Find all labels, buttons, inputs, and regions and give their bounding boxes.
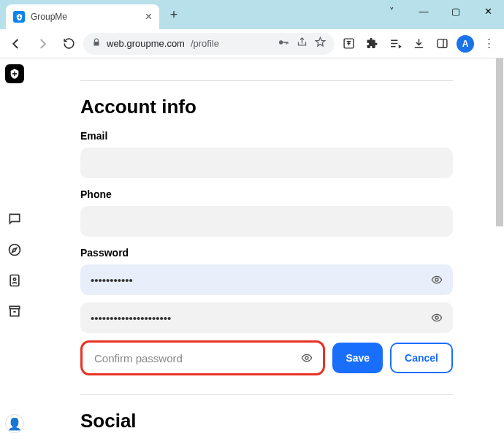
- share-icon[interactable]: [297, 37, 308, 50]
- new-tab-button[interactable]: +: [164, 4, 184, 25]
- address-bar: web.groupme.com/profile A ⋮: [0, 29, 504, 58]
- profile-initial: A: [457, 35, 474, 53]
- sidepanel-icon[interactable]: [431, 32, 453, 56]
- dropdown-icon[interactable]: ˅: [375, 0, 408, 22]
- lock-icon: [92, 38, 101, 49]
- main-content: Account info Email Phone Password Save C…: [29, 58, 504, 439]
- window-titlebar: GroupMe × + ˅ — ▢ ✕: [0, 0, 504, 29]
- svg-point-5: [13, 278, 15, 280]
- kebab-menu-icon[interactable]: ⋮: [478, 32, 500, 56]
- forward-button[interactable]: [31, 32, 54, 56]
- svg-point-0: [279, 40, 283, 44]
- section-divider: [80, 394, 453, 395]
- left-rail: 👤: [0, 58, 29, 439]
- maximize-button[interactable]: ▢: [440, 0, 472, 22]
- url-field[interactable]: web.groupme.com/profile: [83, 33, 335, 55]
- groupme-favicon: [13, 11, 25, 23]
- discover-icon[interactable]: [7, 243, 22, 260]
- confirm-password-field[interactable]: [84, 344, 321, 372]
- browser-tab[interactable]: GroupMe ×: [6, 4, 159, 29]
- translate-icon[interactable]: [337, 32, 359, 56]
- eye-icon[interactable]: [301, 352, 313, 364]
- user-avatar-icon[interactable]: 👤: [5, 414, 24, 433]
- tab-title: GroupMe: [31, 12, 67, 22]
- playlist-icon[interactable]: [384, 32, 406, 56]
- reload-button[interactable]: [57, 32, 80, 56]
- svg-point-7: [435, 278, 438, 281]
- back-button[interactable]: [4, 32, 28, 56]
- page-body: 👤 Account info Email Phone Password Save…: [0, 58, 504, 439]
- eye-icon[interactable]: [431, 312, 443, 324]
- svg-point-8: [435, 316, 438, 319]
- cancel-button[interactable]: Cancel: [390, 343, 453, 373]
- current-password-field[interactable]: [80, 264, 453, 295]
- download-icon[interactable]: [408, 32, 429, 56]
- archive-icon[interactable]: [7, 304, 22, 321]
- section-divider: [80, 80, 453, 81]
- email-label: Email: [80, 130, 453, 142]
- profile-button[interactable]: A: [454, 32, 476, 56]
- extensions-icon[interactable]: [361, 32, 383, 56]
- password-label: Password: [80, 247, 453, 259]
- email-field[interactable]: [80, 148, 453, 178]
- tab-strip: GroupMe × +: [0, 0, 184, 29]
- url-domain: web.groupme.com: [107, 38, 185, 49]
- social-heading: Social: [80, 410, 453, 432]
- svg-point-3: [9, 245, 20, 256]
- url-path: /profile: [191, 38, 219, 49]
- key-icon[interactable]: [278, 37, 289, 50]
- chats-icon[interactable]: [7, 212, 22, 229]
- url-right-icons: [278, 37, 326, 50]
- minimize-button[interactable]: —: [408, 0, 440, 22]
- window-controls: ˅ — ▢ ✕: [375, 0, 504, 22]
- svg-point-9: [305, 356, 308, 359]
- save-button[interactable]: Save: [332, 343, 383, 373]
- confirm-password-highlight: [80, 340, 325, 375]
- new-password-field[interactable]: [80, 302, 453, 333]
- star-icon[interactable]: [315, 37, 326, 50]
- phone-label: Phone: [80, 188, 453, 200]
- phone-field[interactable]: [80, 206, 453, 237]
- close-tab-icon[interactable]: ×: [145, 10, 152, 23]
- svg-rect-6: [9, 306, 19, 308]
- scrollbar-thumb[interactable]: [496, 58, 503, 226]
- svg-rect-2: [438, 39, 447, 47]
- close-window-button[interactable]: ✕: [472, 0, 504, 22]
- account-info-heading: Account info: [80, 96, 453, 118]
- contacts-icon[interactable]: [7, 273, 22, 291]
- groupme-logo-icon[interactable]: [5, 64, 24, 83]
- eye-icon[interactable]: [431, 274, 443, 286]
